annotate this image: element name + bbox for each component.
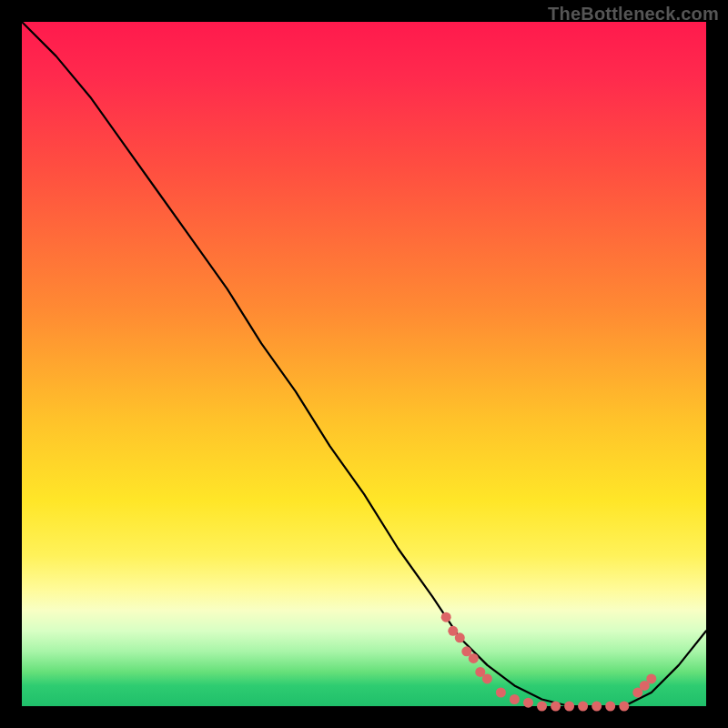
- chart-frame: TheBottleneck.com: [0, 0, 728, 728]
- data-marker: [551, 702, 561, 712]
- data-marker: [619, 702, 629, 712]
- data-marker: [605, 702, 615, 712]
- plot-gradient-area: [22, 22, 706, 706]
- chart-svg: [22, 22, 706, 706]
- data-marker: [646, 673, 656, 683]
- data-marker: [537, 702, 547, 712]
- data-markers: [441, 612, 657, 712]
- data-marker: [523, 698, 533, 708]
- data-marker: [496, 688, 506, 698]
- watermark-text: TheBottleneck.com: [548, 4, 719, 25]
- data-marker: [510, 694, 520, 704]
- data-marker: [441, 612, 451, 622]
- bottleneck-curve: [22, 22, 706, 706]
- data-marker: [592, 702, 602, 712]
- data-marker: [482, 673, 492, 683]
- data-marker: [578, 702, 588, 712]
- data-marker: [469, 653, 479, 663]
- data-marker: [455, 632, 465, 642]
- data-marker: [564, 702, 574, 712]
